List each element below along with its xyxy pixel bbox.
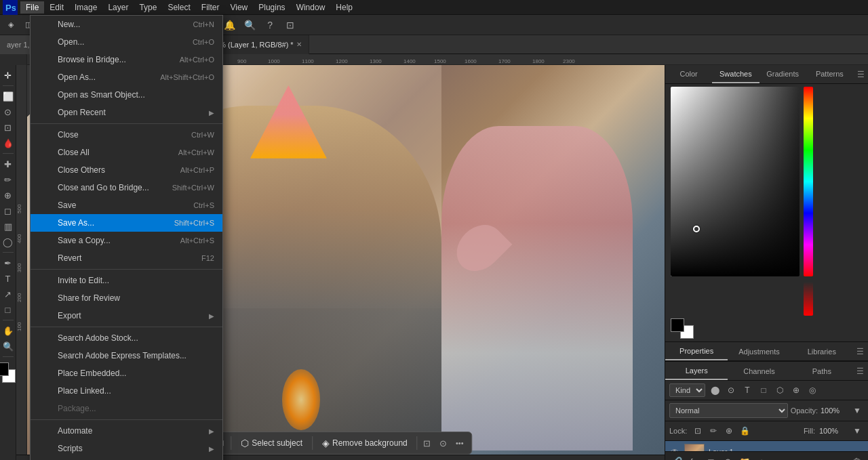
menu-type[interactable]: Type bbox=[134, 1, 162, 14]
menu-filter[interactable]: Filter bbox=[196, 1, 225, 14]
lock-artboards-btn[interactable]: ⊕ bbox=[722, 424, 736, 438]
fg-color-swatch[interactable] bbox=[671, 318, 684, 332]
layer-filter-icon[interactable]: ◎ bbox=[806, 383, 819, 397]
layer-smart-icon[interactable]: ⬡ bbox=[773, 383, 787, 397]
fm-save[interactable]: Save Ctrl+S bbox=[31, 196, 222, 214]
props-tab-adjustments[interactable]: Adjustments bbox=[728, 342, 790, 360]
tool-pen[interactable]: ✒ bbox=[1, 255, 16, 270]
fm-save-as[interactable]: Save As... Shift+Ctrl+S bbox=[31, 214, 222, 232]
color-tab-gradients[interactable]: Gradients bbox=[760, 65, 806, 83]
layer-group-btn[interactable]: 📁 bbox=[737, 454, 752, 460]
menu-view[interactable]: View bbox=[224, 1, 253, 14]
fm-close-bridge[interactable]: Close and Go to Bridge... Shift+Ctrl+W bbox=[31, 179, 222, 196]
menu-edit[interactable]: Edit bbox=[44, 1, 69, 14]
tool-path[interactable]: ↗ bbox=[1, 287, 16, 301]
layer-new-btn[interactable]: + bbox=[754, 454, 769, 460]
tool-healing[interactable]: ✚ bbox=[1, 156, 16, 171]
layer-text-icon[interactable]: T bbox=[741, 383, 754, 397]
props-tab-libraries[interactable]: Libraries bbox=[791, 342, 853, 360]
menu-file[interactable]: File bbox=[20, 1, 44, 14]
tab-2-close[interactable]: ✕ bbox=[296, 41, 302, 48]
fm-browse-bridge[interactable]: Browse in Bridge... Alt+Ctrl+O bbox=[31, 51, 222, 68]
fm-search-express[interactable]: Search Adobe Express Templates... bbox=[31, 347, 222, 364]
fm-open-recent[interactable]: Open Recent ▶ bbox=[31, 104, 222, 121]
fm-export[interactable]: Export ▶ bbox=[31, 307, 222, 325]
remove-background-button[interactable]: ◈ Remove background bbox=[315, 435, 414, 451]
fm-open[interactable]: Open... Ctrl+O bbox=[31, 33, 222, 51]
layer-mask-btn[interactable]: ◻ bbox=[703, 454, 718, 460]
tool-zoom[interactable]: 🔍 bbox=[1, 339, 16, 354]
opacity-chevron[interactable]: ▼ bbox=[850, 404, 864, 417]
lock-pixels-btn[interactable]: ⊡ bbox=[691, 424, 705, 438]
layer-link-btn[interactable]: 🔗 bbox=[669, 454, 684, 460]
mask-tool-bottom[interactable]: ⊙ bbox=[437, 436, 450, 450]
fg-bg-swatches[interactable] bbox=[671, 318, 694, 339]
menu-window[interactable]: Window bbox=[291, 1, 331, 14]
props-panel-more[interactable]: ☰ bbox=[853, 342, 868, 360]
color-tab-swatches[interactable]: Swatches bbox=[712, 65, 759, 83]
blend-mode-select[interactable]: Normal bbox=[669, 403, 788, 418]
fm-place-embedded[interactable]: Place Embedded... bbox=[31, 364, 222, 382]
fm-close-all[interactable]: Close All Alt+Ctrl+W bbox=[31, 144, 222, 161]
tool-eraser[interactable]: ◻ bbox=[1, 203, 16, 218]
layers-kind-select[interactable]: Kind bbox=[669, 383, 705, 397]
layer-adjust-btn[interactable]: ⊕ bbox=[720, 454, 735, 460]
fm-close-others[interactable]: Close Others Alt+Ctrl+P bbox=[31, 161, 222, 179]
tool-gradient[interactable]: ▥ bbox=[1, 219, 16, 234]
select-subject-button[interactable]: ⬡ Select subject bbox=[234, 435, 309, 451]
fill-chevron[interactable]: ▼ bbox=[850, 424, 864, 438]
fm-open-as[interactable]: Open As... Alt+Shift+Ctrl+O bbox=[31, 68, 222, 86]
search-icon[interactable]: 🔍 bbox=[241, 17, 258, 33]
fm-place-linked[interactable]: Place Linked... bbox=[31, 382, 222, 400]
color-gradient-picker[interactable] bbox=[671, 87, 800, 276]
menu-layer[interactable]: Layer bbox=[102, 1, 134, 14]
fm-scripts[interactable]: Scripts ▶ bbox=[31, 440, 222, 457]
fm-close[interactable]: Close Ctrl+W bbox=[31, 126, 222, 144]
hue-slider[interactable] bbox=[804, 87, 813, 276]
more-tools-bottom[interactable]: ••• bbox=[453, 436, 467, 450]
menu-plugins[interactable]: Plugins bbox=[253, 1, 290, 14]
tool-lasso[interactable]: ⊙ bbox=[1, 104, 16, 119]
color-panel-more[interactable]: ☰ bbox=[853, 65, 868, 83]
notification-icon[interactable]: 🔔 bbox=[221, 17, 237, 33]
fm-import[interactable]: Import ▶ bbox=[31, 457, 222, 460]
toolbar-btn-1[interactable]: ◈ bbox=[3, 17, 19, 33]
color-tab-patterns[interactable]: Patterns bbox=[806, 65, 853, 83]
layer-eye-1[interactable]: 👁 bbox=[669, 446, 680, 451]
fm-search-stock[interactable]: Search Adobe Stock... bbox=[31, 329, 222, 347]
fm-open-smart[interactable]: Open as Smart Object... bbox=[31, 86, 222, 104]
layer-type-icon[interactable]: ⬤ bbox=[708, 383, 722, 397]
tool-text[interactable]: T bbox=[1, 271, 16, 286]
tool-artboard[interactable]: ⬜ bbox=[1, 89, 16, 104]
help-icon[interactable]: ? bbox=[262, 17, 278, 33]
tool-brush[interactable]: ✏ bbox=[1, 172, 16, 187]
color-foreground[interactable] bbox=[0, 362, 9, 376]
tool-dodge[interactable]: ◯ bbox=[1, 234, 16, 249]
layer-row-1[interactable]: 👁 Layer 1 bbox=[665, 441, 868, 451]
fm-new[interactable]: New... Ctrl+N bbox=[31, 16, 222, 33]
tool-stamp[interactable]: ⊕ bbox=[1, 188, 16, 203]
lock-all-btn[interactable]: 🔒 bbox=[738, 424, 751, 438]
menu-image[interactable]: Image bbox=[69, 1, 102, 14]
lock-position-btn[interactable]: ✏ bbox=[707, 424, 720, 438]
color-tab-color[interactable]: Color bbox=[665, 65, 712, 83]
workspace-icon[interactable]: ⊡ bbox=[282, 17, 298, 33]
layer-adjust-icon[interactable]: ⊙ bbox=[724, 383, 738, 397]
tool-eyedropper[interactable]: 🩸 bbox=[1, 135, 16, 150]
layer-delete-btn[interactable]: 🗑 bbox=[849, 454, 864, 460]
menu-help[interactable]: Help bbox=[330, 1, 358, 14]
layer-fx-btn[interactable]: fx bbox=[686, 454, 701, 460]
fm-save-copy[interactable]: Save a Copy... Alt+Ctrl+S bbox=[31, 232, 222, 249]
fm-revert[interactable]: Revert F12 bbox=[31, 249, 222, 267]
layers-tab-layers[interactable]: Layers bbox=[665, 362, 728, 380]
layers-tab-paths[interactable]: Paths bbox=[791, 362, 853, 380]
menu-select[interactable]: Select bbox=[162, 1, 195, 14]
layer-pixel-icon[interactable]: ⊕ bbox=[789, 383, 803, 397]
tool-crop[interactable]: ⊡ bbox=[1, 120, 16, 135]
fm-automate[interactable]: Automate ▶ bbox=[31, 422, 222, 440]
color-fg-bg[interactable] bbox=[0, 362, 16, 383]
layers-panel-more[interactable]: ☰ bbox=[853, 362, 868, 380]
tool-move[interactable]: ✛ bbox=[1, 68, 16, 83]
props-tab-properties[interactable]: Properties bbox=[665, 342, 728, 360]
tool-hand[interactable]: ✋ bbox=[1, 323, 16, 338]
